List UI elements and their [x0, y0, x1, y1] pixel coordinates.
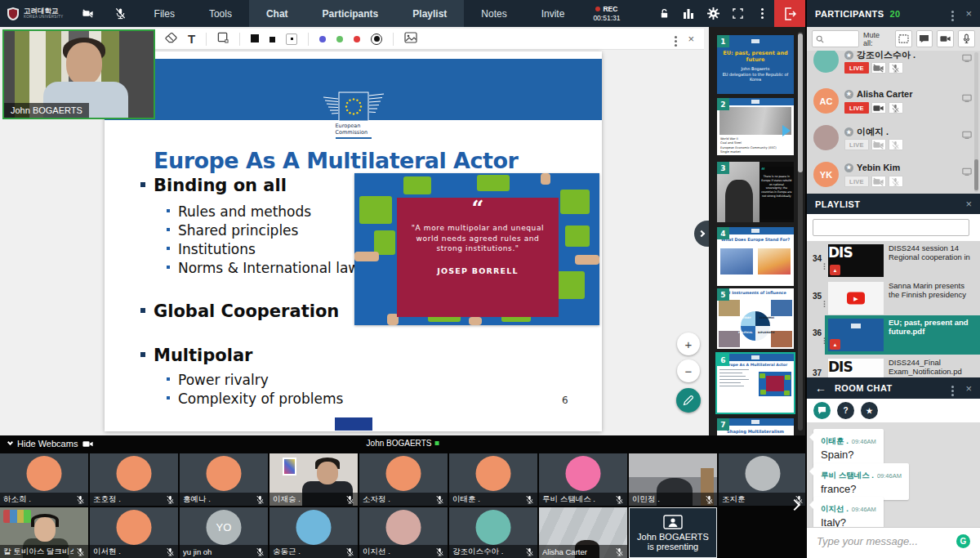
participants-close-button[interactable]: × — [965, 7, 972, 20]
screen-icon[interactable] — [962, 164, 972, 179]
kebab-icon[interactable] — [824, 340, 826, 341]
playlist-search-input[interactable] — [813, 219, 969, 236]
camera-off-button[interactable] — [72, 0, 105, 27]
settings-button[interactable] — [701, 0, 725, 27]
scrollbar-thumb[interactable] — [798, 33, 803, 172]
color-black-selected[interactable] — [371, 33, 382, 45]
leave-room-button[interactable] — [774, 0, 805, 27]
more-options-button[interactable] — [750, 0, 774, 27]
participant-row[interactable]: ★이예지 . LIVE — [807, 121, 980, 158]
menu-files[interactable]: Files — [137, 0, 192, 27]
webcam-tile[interactable]: 이서현 . — [90, 507, 178, 558]
color-red[interactable] — [354, 33, 360, 45]
menu-chat[interactable]: Chat — [249, 0, 305, 27]
camera-off-toggle[interactable] — [871, 62, 886, 74]
menu-participants[interactable]: Participants — [305, 0, 396, 27]
presenter-webcam[interactable]: John BOGAERTS — [2, 29, 155, 119]
lock-button[interactable] — [652, 0, 676, 27]
webcam-tile[interactable]: 소자정 . — [359, 453, 448, 506]
broadcast-all-button[interactable] — [895, 30, 912, 47]
menu-playlist[interactable]: Playlist — [395, 0, 464, 27]
camera-off-toggle[interactable] — [871, 139, 886, 150]
scrollbar-thumb[interactable] — [974, 159, 978, 190]
participant-row[interactable]: AC ★Alisha Carter LIVE — [807, 84, 980, 121]
webcam-tile[interactable]: YOyu jin oh — [180, 507, 268, 558]
webcam-tile[interactable]: 이태훈 . — [449, 453, 537, 506]
webcam-tile-video[interactable]: 이민정 . — [629, 453, 717, 506]
stroke-size-small-selected[interactable] — [286, 33, 297, 45]
chat-all-button[interactable] — [916, 30, 933, 47]
chat-message-input[interactable] — [815, 534, 938, 548]
kebab-icon[interactable] — [824, 303, 826, 305]
color-blue[interactable] — [319, 33, 326, 45]
thumbnails-scrollbar[interactable] — [798, 32, 803, 431]
chat-more-button[interactable] — [951, 382, 954, 395]
webcam-tile[interactable]: 강조이스수아 . — [449, 507, 537, 558]
chat-close-button[interactable]: × — [965, 382, 972, 395]
shape-tool[interactable] — [217, 32, 229, 46]
slide-thumbnail-5[interactable]: 5 EU Instruments of influence MILITARY E… — [717, 288, 794, 349]
hide-webcams-toggle[interactable]: Hide Webcams — [8, 439, 78, 449]
webcam-tile[interactable]: 송동근 . — [270, 507, 358, 558]
webcam-tile[interactable]: 하소희 . — [0, 453, 88, 506]
chat-filter-all[interactable] — [813, 402, 831, 419]
toolbar-more-button[interactable] — [675, 33, 677, 45]
mic-off-toggle[interactable] — [889, 176, 903, 187]
stroke-size-large[interactable] — [251, 33, 259, 45]
collapse-thumbnails-button[interactable] — [694, 221, 709, 247]
grammarly-icon[interactable]: G — [956, 534, 970, 548]
webcam-tile-video[interactable]: 이재승 . — [270, 453, 358, 506]
zoom-in-button[interactable]: + — [677, 333, 700, 355]
text-tool[interactable]: T — [188, 33, 195, 45]
slide-thumbnail-2[interactable]: 2 World War II Coal and Steel European E… — [717, 98, 794, 155]
slide-thumbnail-6-current[interactable]: 6 Europe As A Multilateral Actor — [717, 354, 794, 413]
webcam-tile[interactable]: 이지선 . — [359, 507, 448, 558]
eraser-tool[interactable] — [165, 33, 177, 46]
webcam-tile[interactable]: 루비 스탬네스 . — [539, 453, 627, 506]
webcam-tile-video[interactable]: Alisha Carter — [539, 507, 627, 558]
playlist-item[interactable]: 35 ▶ Sanna Marin presents the Finnish pr… — [807, 280, 980, 316]
playlist-item-selected[interactable]: 36 ▲ EU; past, present and future.pdf — [807, 317, 980, 353]
participant-row[interactable]: ★강조이스수아 . LIVE — [807, 51, 980, 76]
presenter-status-tile[interactable]: John BOGAERTSis presenting — [629, 507, 717, 558]
webcam-tile[interactable]: 홍예나 . — [180, 453, 268, 506]
slide-thumbnail-7[interactable]: 7 Shaping Multilateralism — [717, 418, 794, 435]
chat-filter-questions[interactable]: ? — [837, 402, 854, 419]
mic-off-toggle[interactable] — [889, 139, 903, 150]
kebab-icon[interactable] — [824, 266, 826, 267]
mic-off-toggle[interactable] — [889, 62, 903, 74]
toolbar-close-button[interactable]: × — [688, 33, 694, 45]
chat-back-button[interactable]: ← — [815, 382, 826, 395]
participants-search[interactable] — [812, 30, 859, 47]
playlist-item[interactable]: 37 DIS DISS244_Final Exam_Notification.p… — [807, 357, 980, 377]
insert-image-tool[interactable] — [404, 32, 417, 46]
mic-off-button[interactable] — [105, 0, 137, 27]
webcam-tile[interactable]: 조지훈 — [719, 453, 805, 506]
participants-search-input[interactable] — [824, 34, 857, 44]
slide-thumbnail-3[interactable]: 3 “There is no peace in Europe if states… — [717, 162, 794, 222]
menu-notes[interactable]: Notes — [464, 0, 523, 27]
slide-thumbnail-4[interactable]: 4 What Does Europe Stand For? — [717, 227, 794, 286]
webcam-tile-video[interactable]: 칼 토비아스 달크비스... — [0, 507, 88, 558]
menu-tools[interactable]: Tools — [192, 0, 249, 27]
screen-icon[interactable] — [962, 91, 972, 105]
screen-icon[interactable] — [962, 51, 972, 65]
menu-invite[interactable]: Invite — [524, 0, 582, 27]
strip-scroll-right-button[interactable] — [791, 499, 799, 511]
stroke-size-medium[interactable] — [270, 33, 275, 45]
camera-on-toggle[interactable] — [871, 102, 886, 114]
mic-off-toggle[interactable] — [889, 102, 903, 114]
camera-off-toggle[interactable] — [871, 176, 886, 187]
participants-scrollbar[interactable] — [974, 52, 978, 192]
color-green[interactable] — [336, 33, 343, 45]
recording-indicator[interactable]: REC 00:51:31 — [593, 5, 620, 21]
analytics-button[interactable] — [676, 0, 701, 27]
participant-row[interactable]: YK ★Yebin Kim LIVE — [807, 158, 980, 194]
zoom-out-button[interactable]: − — [677, 359, 700, 382]
playlist-close-button[interactable]: × — [965, 198, 972, 210]
draw-button[interactable] — [676, 388, 701, 413]
participants-more-button[interactable] — [951, 7, 954, 20]
webcam-tile[interactable]: 조호정 . — [90, 453, 178, 506]
fullscreen-button[interactable] — [725, 0, 750, 27]
playlist-item[interactable]: 34 DIS▲ DISS244 session 14 Regional coop… — [807, 243, 980, 279]
